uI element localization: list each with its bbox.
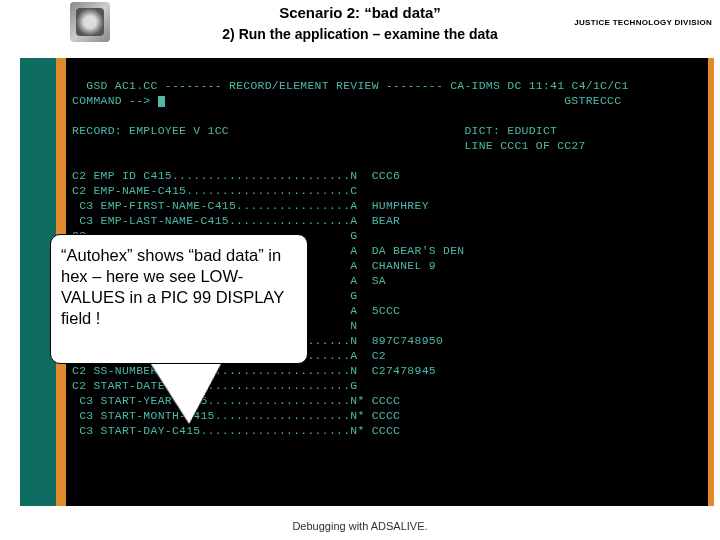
slide-subtitle: 2) Run the application – examine the dat… <box>0 26 720 42</box>
terminal-cursor <box>158 96 165 107</box>
callout-text: “Autohex” shows “bad data” in hex – here… <box>50 234 308 364</box>
right-brand-stripe <box>708 0 720 540</box>
callout-bubble: “Autohex” shows “bad data” in hex – here… <box>50 234 308 364</box>
page-number: 49 <box>28 8 42 23</box>
division-label: JUSTICE TECHNOLOGY DIVISION <box>574 18 712 27</box>
slide-header: Scenario 2: “bad data” 2) Run the applic… <box>0 0 720 58</box>
slide-footer: Debugging with ADSALIVE. <box>0 506 720 540</box>
footer-text: Debugging with ADSALIVE. <box>0 520 720 532</box>
